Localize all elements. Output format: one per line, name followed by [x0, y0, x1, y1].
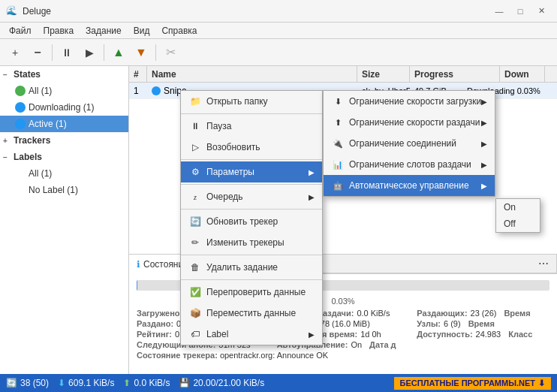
menu-task[interactable]: Задание — [80, 24, 128, 38]
minimize-button[interactable]: — — [489, 4, 509, 19]
ctx-recheck[interactable]: ✅ Перепроверить данные — [181, 282, 322, 303]
tab-extra[interactable]: ⋯ — [531, 255, 557, 273]
nodes-row: Узлы: 6 (9) Время — [417, 319, 549, 328]
ctx-resume-label: Возобновить — [206, 142, 260, 152]
submenu-auto-options: On Off — [495, 198, 540, 233]
sidebar: − States All (1) Downloading (1) Active … — [0, 66, 129, 374]
seeders-value: 23 (26) — [471, 309, 497, 318]
menu-view[interactable]: Вид — [128, 24, 156, 38]
status-disk: 💾 20.00/21.00 KiB/s — [179, 378, 264, 388]
trackers-label: Trackers — [14, 135, 50, 146]
status-banner: БЕСПЛАТНЫЕ ПРОГРАММЫ.NET ⬇ — [394, 377, 551, 390]
header-size: Size — [357, 66, 410, 82]
refresh-icon: 🔄 — [188, 215, 202, 228]
header-num: # — [129, 66, 147, 82]
tracker-status-row: Состояние трекера: opentrackr.org: Annou… — [137, 351, 549, 360]
availability-label: Доступность: — [417, 330, 472, 339]
ctx-resume[interactable]: ▷ Возобновить — [181, 137, 322, 158]
move-icon: 📦 — [188, 306, 202, 320]
header-down: Down — [500, 66, 545, 82]
recheck-icon: ✅ — [188, 285, 202, 299]
active-dot-icon — [15, 119, 26, 129]
torrents-count: 38 (50) — [20, 378, 49, 388]
ctx-label[interactable]: 🏷 Label ▶ — [181, 324, 322, 345]
availability-value: 24.983 — [476, 330, 501, 339]
edit-icon: ✏ — [188, 236, 202, 249]
up-speed-icon: ⬆ — [123, 378, 131, 388]
ctx-open-folder[interactable]: 📁 Открыть папку — [181, 91, 322, 112]
ctx-queue[interactable]: z Очередь ▶ — [181, 186, 322, 207]
pause-button[interactable]: ⏸ — [56, 42, 77, 63]
submenu-down-limit[interactable]: ⬇ Ограничение скорости загрузки ▶ — [324, 91, 495, 112]
close-button[interactable]: ✕ — [531, 4, 551, 19]
auto-on-item[interactable]: On — [496, 199, 540, 216]
auto-off-item[interactable]: Off — [496, 216, 540, 232]
ctx-delete[interactable]: 🗑 Удалить задание — [181, 257, 322, 278]
states-section[interactable]: − States — [0, 66, 128, 83]
submenu-up-limit[interactable]: ⬆ Ограничение скорости раздачи ▶ — [324, 112, 495, 133]
torrent-list-header: # Name Size Progress Down — [129, 66, 557, 83]
conn-limit-icon: 🔌 — [331, 137, 345, 150]
sidebar-item-downloading[interactable]: Downloading (1) — [0, 99, 128, 116]
date-label: Дата д — [369, 340, 396, 349]
submenu-auto[interactable]: 🤖 Автоматическое управление ▶ — [324, 175, 495, 196]
states-expand-icon: − — [3, 71, 11, 79]
status-up-speed: ⬆ 0.0 KiB/s — [123, 378, 170, 388]
ctx-update-tracker-label: Обновить трекер — [206, 216, 278, 227]
toolbar: + − ⏸ ▶ ▲ ▼ ✂ — [0, 39, 557, 66]
downloading-dot-icon — [15, 102, 26, 113]
sidebar-item-label-all[interactable]: All (1) — [0, 165, 128, 182]
menu-help[interactable]: Справка — [155, 24, 203, 38]
toolbar-separator-1 — [52, 44, 53, 61]
menu-edit[interactable]: Правка — [38, 24, 80, 38]
settings-button[interactable]: ✂ — [160, 42, 181, 63]
toolbar-separator-3 — [155, 44, 156, 61]
ctx-edit-trackers[interactable]: ✏ Изменить трекеры — [181, 232, 322, 253]
ctx-params-label: Параметры — [206, 167, 254, 177]
submenu-slot-limit[interactable]: 📊 Ограничение слотов раздачи ▶ — [324, 154, 495, 175]
down-queue-button[interactable]: ▼ — [131, 42, 152, 63]
ctx-update-tracker[interactable]: 🔄 Обновить трекер — [181, 211, 322, 232]
ctx-sep-2 — [181, 159, 322, 160]
up-queue-button[interactable]: ▲ — [108, 42, 129, 63]
add-button[interactable]: + — [5, 42, 26, 63]
sidebar-item-no-label[interactable]: No Label (1) — [0, 182, 128, 198]
ctx-move-label: Переместить данные — [206, 308, 296, 318]
sidebar-item-active[interactable]: Active (1) — [0, 116, 128, 132]
downloading-label: Downloading (1) — [29, 102, 94, 113]
ctx-params[interactable]: ⚙ Параметры ▶ — [181, 161, 322, 182]
ctx-delete-label: Удалить задание — [206, 262, 278, 273]
trackers-section[interactable]: + Trackers — [0, 132, 128, 149]
labels-label: Labels — [14, 152, 42, 162]
app-title: Deluge — [23, 6, 489, 17]
share-speed-value: 0.0 KiB/s — [357, 309, 390, 318]
ctx-sep-3 — [181, 184, 322, 185]
torrent-status-dot — [152, 86, 161, 95]
status-tab-icon: ℹ — [137, 259, 140, 270]
banner-icon: ⬇ — [538, 378, 545, 388]
ctx-move[interactable]: 📦 Переместить данные — [181, 303, 322, 324]
ctx-pause[interactable]: ⏸ Пауза — [181, 116, 322, 137]
sidebar-item-all[interactable]: All (1) — [0, 83, 128, 99]
ctx-sep-5 — [181, 255, 322, 255]
rating-label: Рейтинг: — [137, 330, 172, 339]
window-controls: — □ ✕ — [489, 4, 551, 19]
remove-button[interactable]: − — [27, 42, 48, 63]
app-icon: 🌊 — [6, 5, 18, 17]
queue-icon: z — [188, 190, 202, 204]
ctx-queue-label: Очередь — [206, 191, 243, 202]
submenu-conn-limit[interactable]: 🔌 Ограничение соединений ▶ — [324, 133, 495, 154]
resume-button[interactable]: ▶ — [79, 42, 100, 63]
tracker-status-label: Состояние трекера: — [137, 351, 218, 360]
up-limit-arrow-icon: ▶ — [481, 119, 487, 127]
menu-file[interactable]: Файл — [3, 24, 38, 38]
auto-label: Автоматическое управление — [349, 180, 469, 191]
auto-on-label: On — [504, 202, 516, 213]
maximize-button[interactable]: □ — [510, 4, 530, 19]
class-label: Класс — [508, 330, 532, 339]
auto-off-label: Off — [504, 219, 516, 229]
slot-limit-icon: 📊 — [331, 158, 345, 171]
trackers-expand-icon: + — [3, 137, 11, 145]
labels-section[interactable]: − Labels — [0, 149, 128, 165]
active-label: Active (1) — [29, 119, 67, 129]
